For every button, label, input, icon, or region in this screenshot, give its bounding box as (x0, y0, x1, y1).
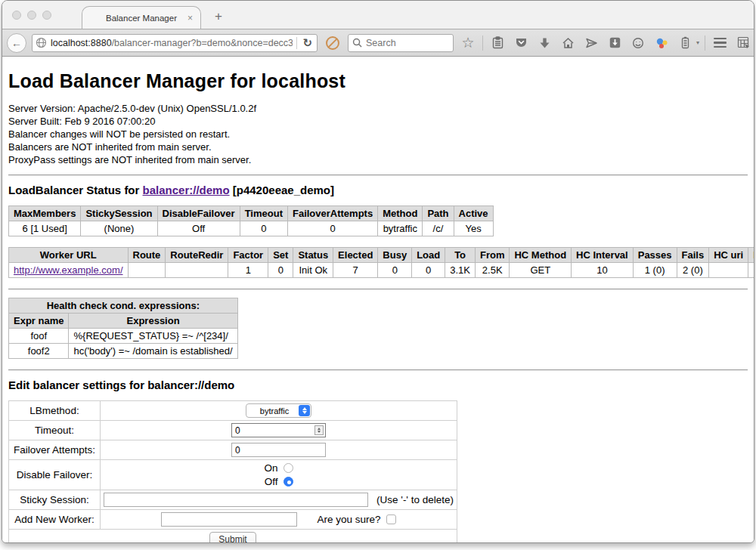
tab-bar: Balancer Manager × + (2, 1, 754, 29)
worker-url-link[interactable]: http://www.example.com/ (14, 264, 123, 276)
are-you-sure-label: Are you sure? (317, 514, 380, 525)
send-plane-icon[interactable] (582, 34, 600, 52)
window-controls (12, 11, 51, 20)
server-info: Server Version: Apache/2.5.0-dev (Unix) … (8, 102, 748, 166)
server-built-line: Server Built: Feb 9 2016 07:00:20 (8, 115, 748, 128)
table-row: foof %{REQUEST_STATUS} =~ /^[234]/ (9, 329, 238, 344)
inherit-note-line: Balancers are NOT inherited from main se… (8, 141, 748, 153)
url-text[interactable]: localhost:8880/balancer-manager?b=demo&n… (51, 38, 293, 48)
battery-icon[interactable] (676, 34, 694, 52)
status-heading: LoadBalancer Status for balancer://demo … (8, 184, 748, 196)
menu-icon[interactable] (711, 34, 729, 52)
lbmethod-label: LBmethod: (9, 401, 101, 421)
table-row: foof2 hc('body') =~ /domain is establish… (9, 344, 238, 359)
divider (8, 369, 748, 371)
tab-title: Balancer Manager (106, 14, 177, 23)
url-path: /balancer-manager?b=demo&nonce=decc37be-… (112, 38, 293, 48)
pocket-icon[interactable] (512, 34, 530, 52)
divider (8, 289, 748, 290)
page-content: Load Balancer Manager for localhost Serv… (2, 57, 754, 543)
globe-icon (36, 37, 47, 48)
colored-dots-icon[interactable] (652, 34, 671, 52)
lbmethod-selected-value: bytraffic (251, 406, 298, 416)
dropdown-caret-icon[interactable]: ▾ (696, 39, 699, 46)
home-icon[interactable] (559, 34, 577, 52)
window-minimize-button[interactable] (27, 11, 36, 20)
add-new-worker-input[interactable] (161, 512, 297, 527)
radio-off-label: Off (265, 476, 278, 487)
reload-icon[interactable]: ↻ (301, 36, 314, 50)
download-box-icon[interactable] (606, 34, 624, 52)
back-button[interactable]: ← (7, 33, 26, 53)
balancer-link[interactable]: balancer://demo (143, 184, 230, 196)
tab-close-icon[interactable]: × (187, 13, 193, 23)
server-version-line: Server Version: Apache/2.5.0-dev (Unix) … (8, 102, 748, 115)
timeout-input[interactable] (231, 423, 326, 437)
number-stepper-icon[interactable] (314, 425, 324, 435)
window-zoom-button[interactable] (42, 11, 51, 20)
sticky-session-hint: (Use '-' to delete) (376, 494, 454, 505)
search-bar[interactable] (348, 34, 454, 52)
sticky-session-input[interactable] (104, 493, 368, 507)
submit-button[interactable]: Submit (209, 532, 256, 543)
url-domain: localhost:8880 (51, 38, 112, 48)
table-row: 6 [1 Used] (None) Off 0 0 bytraffic /c/ … (9, 221, 494, 236)
failover-attempts-input[interactable] (231, 443, 326, 457)
disable-failover-label: Disable Failover: (9, 460, 101, 490)
worker-status-table: Worker URL Route RouteRedir Factor Set S… (8, 247, 754, 278)
edit-settings-heading: Edit balancer settings for balancer://de… (8, 379, 748, 391)
content-blocked-icon[interactable] (326, 36, 339, 50)
feedback-smiley-icon[interactable] (629, 34, 647, 52)
radio-on-label: On (264, 462, 277, 474)
health-table-title: Health check cond. expressions: (9, 298, 238, 314)
window-close-button[interactable] (12, 11, 21, 20)
disable-failover-off-radio[interactable] (284, 477, 293, 487)
page-title: Load Balancer Manager for localhost (8, 70, 748, 92)
browser-tab[interactable]: Balancer Manager × (82, 6, 201, 29)
edit-settings-form: LBmethod: bytraffic Timeout: (8, 400, 457, 543)
select-arrows-icon (299, 405, 310, 416)
add-new-worker-label: Add New Worker: (9, 510, 101, 530)
new-tab-button[interactable]: + (215, 9, 222, 24)
proxypass-note-line: ProxyPass settings are NOT inherited fro… (8, 153, 748, 166)
balancer-status-table: MaxMembers StickySession DisableFailover… (8, 205, 494, 236)
divider (8, 175, 748, 176)
bookmark-star-icon[interactable]: ☆ (459, 34, 477, 52)
sticky-session-label: Sticky Session: (9, 490, 101, 510)
search-icon (352, 38, 362, 48)
clipboard-icon[interactable] (488, 34, 507, 52)
downloads-icon[interactable] (535, 34, 553, 52)
page-tools-icon[interactable] (734, 34, 752, 52)
health-check-table: Health check cond. expressions: Expr nam… (8, 298, 238, 359)
navigation-toolbar: ← localhost:8880/balancer-manager?b=demo… (2, 29, 754, 57)
persist-note-line: Balancer changes will NOT be persisted o… (8, 128, 748, 141)
browser-window: Balancer Manager × + ← localhost:8880/ba… (2, 0, 754, 543)
table-row: http://www.example.com/ 1 0 Init Ok 7 0 … (9, 263, 754, 278)
disable-failover-on-radio[interactable] (284, 463, 293, 473)
are-you-sure-checkbox[interactable] (386, 514, 396, 524)
search-input[interactable] (366, 38, 442, 48)
url-bar[interactable]: localhost:8880/balancer-manager?b=demo&n… (32, 34, 318, 52)
back-arrow-icon: ← (11, 37, 22, 49)
failover-attempts-label: Failover Attempts: (9, 440, 101, 460)
timeout-label: Timeout: (9, 421, 101, 440)
lbmethod-select[interactable]: bytraffic (246, 403, 311, 418)
